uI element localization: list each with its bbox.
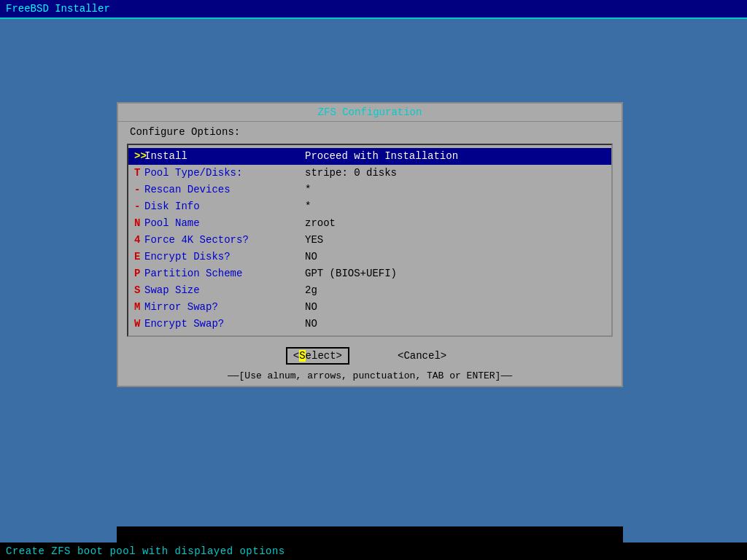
menu-label-10: Encrypt Swap? [144, 316, 305, 332]
menu-label-1: Pool Type/Disks: [144, 166, 305, 181]
key-letter-6: E [134, 249, 144, 265]
dialog-title: ZFS Configuration [118, 104, 622, 122]
menu-label-2: Rescan Devices [144, 182, 305, 198]
menu-row-10[interactable]: W Encrypt Swap?NO [128, 316, 611, 332]
key-letter-10: W [134, 316, 144, 332]
menu-row-1[interactable]: T Pool Type/Disks:stripe: 0 disks [128, 165, 611, 182]
menu-row-8[interactable]: S Swap Size2g [128, 282, 611, 299]
menu-value-0: Proceed with Installation [305, 149, 458, 164]
menu-label-3: Disk Info [144, 199, 305, 214]
menu-value-10: NO [305, 316, 317, 332]
menu-label-0: Install [144, 149, 305, 164]
key-letter-8: S [134, 283, 144, 298]
menu-area: >> InstallProceed with InstallationT Poo… [127, 144, 613, 337]
select-button[interactable]: <Select> [287, 349, 348, 363]
menu-value-6: NO [305, 249, 317, 265]
dialog-subtitle: Configure Options: [118, 122, 622, 141]
top-bar: FreeBSD Installer [0, 0, 747, 19]
menu-row-6[interactable]: E Encrypt Disks?NO [128, 249, 611, 265]
select-highlight: S [299, 350, 305, 362]
menu-value-9: NO [305, 300, 317, 315]
key-letter-3: - [134, 199, 144, 214]
menu-label-9: Mirror Swap? [144, 300, 305, 315]
menu-row-5[interactable]: 4 Force 4K Sectors?YES [128, 232, 611, 249]
menu-label-8: Swap Size [144, 283, 305, 298]
menu-value-4: zroot [305, 216, 336, 231]
black-bar [117, 526, 623, 544]
key-letter-9: M [134, 300, 144, 315]
menu-row-4[interactable]: N Pool Namezroot [128, 215, 611, 232]
menu-row-3[interactable]: - Disk Info* [128, 198, 611, 215]
key-letter-4: N [134, 216, 144, 231]
menu-value-2: * [305, 182, 311, 198]
hint-text: ——[Use alnum, arrows, punctuation, TAB o… [118, 369, 622, 386]
zfs-dialog: ZFS Configuration Configure Options: >> … [117, 102, 623, 387]
menu-value-8: 2g [305, 283, 317, 298]
cancel-label: <Cancel> [398, 350, 446, 362]
menu-row-0[interactable]: >> InstallProceed with Installation [128, 148, 611, 165]
key-letter-0: >> [134, 149, 144, 164]
key-letter-5: 4 [134, 233, 144, 248]
menu-value-7: GPT (BIOS+UEFI) [305, 266, 397, 281]
menu-label-6: Encrypt Disks? [144, 249, 305, 265]
menu-value-5: YES [305, 233, 323, 248]
cancel-button[interactable]: <Cancel> [392, 349, 452, 363]
menu-label-7: Partition Scheme [144, 266, 305, 281]
menu-label-4: Pool Name [144, 216, 305, 231]
key-letter-1: T [134, 166, 144, 181]
key-letter-2: - [134, 182, 144, 198]
buttons-area: <Select> <Cancel> [118, 343, 622, 369]
app-title: FreeBSD Installer [6, 3, 110, 15]
menu-row-2[interactable]: - Rescan Devices* [128, 182, 611, 198]
menu-label-5: Force 4K Sectors? [144, 233, 305, 248]
bottom-status-bar: Create ZFS boot pool with displayed opti… [0, 542, 747, 560]
menu-row-9[interactable]: M Mirror Swap?NO [128, 299, 611, 316]
status-text: Create ZFS boot pool with displayed opti… [6, 545, 285, 557]
menu-row-7[interactable]: P Partition SchemeGPT (BIOS+UEFI) [128, 265, 611, 282]
menu-value-3: * [305, 199, 311, 214]
menu-value-1: stripe: 0 disks [305, 166, 397, 181]
key-letter-7: P [134, 266, 144, 281]
